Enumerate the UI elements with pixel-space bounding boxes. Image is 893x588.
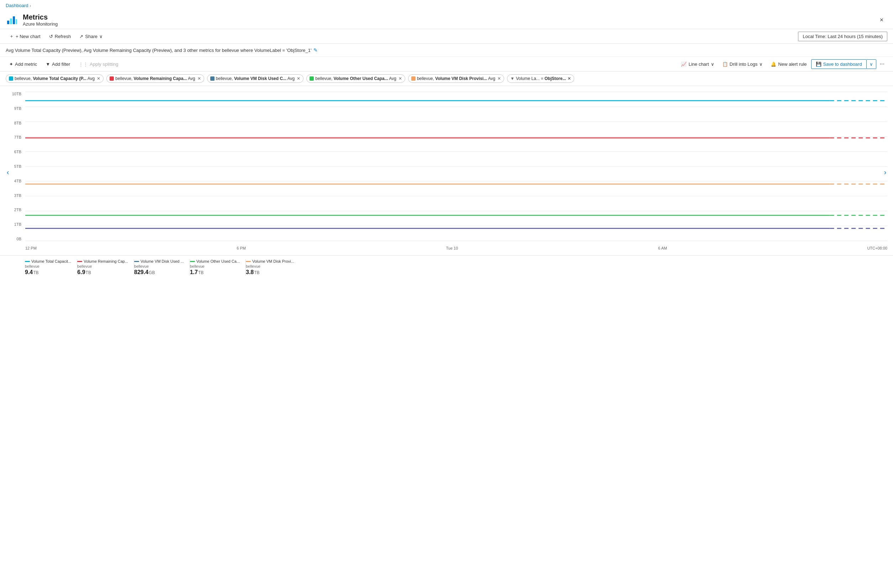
svg-rect-1	[10, 18, 12, 24]
legend-sub-5: bellevue	[246, 264, 294, 268]
new-chart-icon: ＋	[9, 33, 14, 39]
metric-tag-5[interactable]: bellevue, Volume VM Disk Provisi... Avg …	[408, 74, 504, 83]
breadcrumb-dashboard[interactable]: Dashboard	[6, 3, 29, 8]
y-label-1tb: 1TB	[14, 222, 21, 226]
legend-label-5: Volume VM Disk Provi...	[246, 259, 294, 263]
tag-color-dot-2	[110, 76, 114, 81]
metric-tag-4[interactable]: bellevue, Volume Other Used Capa... Avg …	[306, 74, 405, 83]
new-alert-label: New alert rule	[778, 62, 807, 67]
drill-logs-chevron-icon: ∨	[759, 62, 763, 67]
legend-color-5	[246, 261, 251, 262]
share-button[interactable]: ↗ Share ∨	[76, 32, 107, 41]
legend-color-3	[134, 261, 139, 262]
apply-splitting-button[interactable]: ⋮⋮ Apply splitting	[75, 60, 122, 69]
y-label-0b: 0B	[17, 237, 21, 241]
legend-name-1: Volume Total Capacit...	[31, 259, 71, 263]
legend-item-3: Volume VM Disk Used ... bellevue 829.4GB	[134, 259, 190, 276]
line-chart-icon: 📈	[681, 62, 687, 67]
line-chart-label: Line chart	[689, 62, 709, 67]
y-label-2tb: 2TB	[14, 208, 21, 212]
tag-close-4[interactable]: ✕	[398, 76, 402, 81]
chart-nav-right[interactable]: ›	[880, 164, 890, 180]
legend-label-3: Volume VM Disk Used ...	[134, 259, 184, 263]
filter-tag-volume[interactable]: ▼ Volume La... = ObjStore... ✕	[507, 74, 574, 83]
chart-container: ‹ 10TB 9TB 8TB 7TB 6TB 5TB 4TB 3TB 2TB 1…	[6, 92, 887, 255]
legend-label-4: Volume Other Used Ca...	[190, 259, 240, 263]
close-button[interactable]: ×	[876, 14, 887, 26]
save-dashboard-label: Save to dashboard	[823, 62, 862, 67]
add-metric-icon: ✦	[9, 62, 13, 67]
filter-tag-close[interactable]: ✕	[567, 76, 571, 81]
svg-rect-3	[16, 19, 17, 24]
tags-bar: bellevue, Volume Total Capacity (P... Av…	[0, 72, 893, 86]
chart-svg	[25, 92, 887, 241]
save-to-dashboard-button[interactable]: 💾 Save to dashboard	[811, 59, 867, 69]
legend-color-2	[77, 261, 82, 262]
x-axis: 12 PM 6 PM Tue 10 6 AM UTC+08:00	[25, 244, 887, 255]
legend-unit-1: TB	[33, 270, 38, 275]
metrics-toolbar-right: 📈 Line chart ∨ 📋 Drill into Logs ∨ 🔔 New…	[677, 59, 887, 69]
metric-tag-3[interactable]: bellevue, Volume VM Disk Used C... Avg ✕	[207, 74, 304, 83]
edit-title-icon[interactable]: ✎	[313, 47, 318, 53]
alert-icon: 🔔	[771, 62, 776, 67]
y-label-8tb: 8TB	[14, 121, 21, 125]
tag-close-2[interactable]: ✕	[197, 76, 201, 81]
legend-name-4: Volume Other Used Ca...	[196, 259, 240, 263]
add-filter-button[interactable]: ▼ Add filter	[42, 60, 74, 69]
time-range-button[interactable]: Local Time: Last 24 hours (15 minutes)	[798, 32, 887, 41]
metric-tag-1[interactable]: bellevue, Volume Total Capacity (P... Av…	[6, 74, 104, 83]
app-icon	[6, 14, 18, 26]
header-left: Metrics Azure Monitoring	[6, 13, 58, 27]
add-filter-label: Add filter	[52, 62, 70, 67]
save-dropdown-button[interactable]: ∨	[867, 59, 876, 69]
new-alert-rule-button[interactable]: 🔔 New alert rule	[767, 60, 810, 69]
y-label-7tb: 7TB	[14, 135, 21, 140]
legend-item-2: Volume Remaining Cap... bellevue 6.9TB	[77, 259, 134, 276]
legend-value-4: 1.7TB	[190, 269, 240, 276]
legend-value-1: 9.4TB	[25, 269, 71, 276]
new-chart-button[interactable]: ＋ + New chart	[6, 31, 44, 41]
add-metric-button[interactable]: ✦ Add metric	[6, 60, 41, 69]
legend-sub-2: bellevue	[77, 264, 128, 268]
chart-area: ‹ 10TB 9TB 8TB 7TB 6TB 5TB 4TB 3TB 2TB 1…	[0, 86, 893, 255]
legend-sub-3: bellevue	[134, 264, 184, 268]
legend-item-4: Volume Other Used Ca... bellevue 1.7TB	[190, 259, 246, 276]
drill-into-logs-button[interactable]: 📋 Drill into Logs ∨	[719, 60, 767, 69]
filter-icon: ▼	[510, 76, 514, 81]
add-metric-label: Add metric	[15, 62, 37, 67]
tag-text-4: bellevue, Volume Other Used Capa... Avg	[315, 76, 396, 81]
metric-tag-2[interactable]: bellevue, Volume Remaining Capa... Avg ✕	[107, 74, 204, 83]
legend-unit-2: TB	[86, 270, 91, 275]
legend-sub-4: bellevue	[190, 264, 240, 268]
legend-unit-3: GB	[149, 270, 155, 275]
legend-value-5: 3.8TB	[246, 269, 294, 276]
header-title-group: Metrics Azure Monitoring	[23, 13, 58, 27]
y-axis: 10TB 9TB 8TB 7TB 6TB 5TB 4TB 3TB 2TB 1TB…	[6, 92, 24, 241]
legend-unit-4: TB	[198, 270, 203, 275]
y-label-4tb: 4TB	[14, 179, 21, 183]
tag-color-dot-4	[310, 76, 314, 81]
line-chart-button[interactable]: 📈 Line chart ∨	[677, 60, 718, 69]
more-options-button[interactable]: ···	[877, 59, 887, 69]
legend-sub-1: bellevue	[25, 264, 71, 268]
tag-text-3: bellevue, Volume VM Disk Used C... Avg	[216, 76, 295, 81]
tag-close-3[interactable]: ✕	[297, 76, 300, 81]
add-filter-icon: ▼	[45, 62, 50, 67]
page-subtitle: Azure Monitoring	[23, 21, 58, 27]
legend-name-2: Volume Remaining Cap...	[84, 259, 128, 263]
legend-name-3: Volume VM Disk Used ...	[141, 259, 184, 263]
chart-title-bar: Avg Volume Total Capacity (Preview), Avg…	[0, 44, 893, 57]
x-label-utc: UTC+08:00	[867, 246, 887, 250]
y-label-9tb: 9TB	[14, 106, 21, 111]
x-label-tue10: Tue 10	[446, 246, 458, 250]
drill-logs-icon: 📋	[722, 62, 728, 67]
svg-rect-0	[7, 21, 9, 24]
tag-close-1[interactable]: ✕	[97, 76, 100, 81]
share-chevron-icon: ∨	[99, 34, 103, 39]
tag-close-5[interactable]: ✕	[498, 76, 501, 81]
tag-color-dot-1	[9, 76, 13, 81]
refresh-button[interactable]: ↺ Refresh	[45, 32, 75, 41]
legend-value-3: 829.4GB	[134, 269, 184, 276]
toolbar-left: ＋ + New chart ↺ Refresh ↗ Share ∨	[6, 31, 107, 41]
legend-label-2: Volume Remaining Cap...	[77, 259, 128, 263]
